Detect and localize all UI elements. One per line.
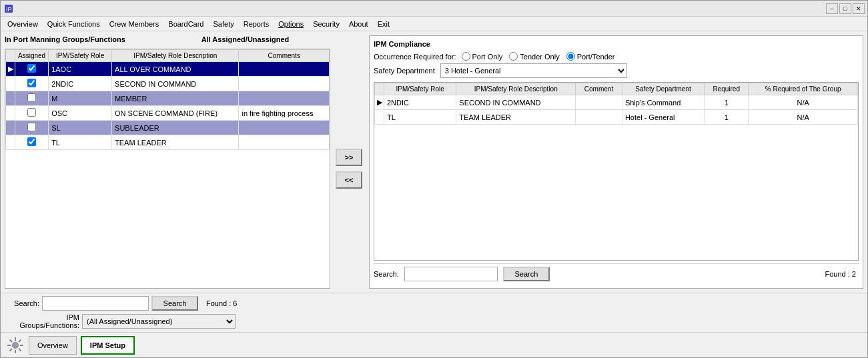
- right-table-container: IPM/Safety Role IPM/Safety Role Descript…: [374, 82, 859, 261]
- menu-crew-members[interactable]: Crew Members: [105, 19, 163, 29]
- row-checkbox[interactable]: [27, 79, 36, 87]
- row-checkbox-cell: [15, 77, 49, 91]
- bottom-bar: Search: Search Found : 6 IPM Groups/Func…: [1, 293, 867, 332]
- right-row-pct: N/A: [749, 110, 858, 125]
- tab-overview[interactable]: Overview: [29, 336, 77, 355]
- row-checkbox[interactable]: [27, 93, 36, 102]
- ipm-groups-select[interactable]: (All Assigned/Unassigned): [82, 314, 236, 329]
- right-col-description: IPM/Safety Role Description: [456, 83, 576, 95]
- ipm-compliance-panel: IPM Compliance Occurrence Required for: …: [369, 35, 863, 289]
- right-row-arrow: ▶: [375, 95, 384, 110]
- row-checkbox-cell: [15, 106, 49, 121]
- row-role: 2NDIC: [49, 77, 112, 91]
- right-row-dept: Hotel - General: [622, 110, 704, 125]
- table-row[interactable]: 2NDIC SECOND IN COMMAND: [6, 77, 330, 91]
- right-col-arrow: [375, 83, 384, 95]
- row-arrow: [6, 77, 15, 91]
- right-search-button[interactable]: Search: [503, 267, 550, 281]
- menu-exit[interactable]: Exit: [374, 19, 394, 29]
- row-role: TL: [49, 135, 112, 150]
- menu-bar: Overview Quick Functions Crew Members Bo…: [1, 17, 867, 31]
- table-row[interactable]: ▶ 1AOC ALL OVER COMMAND: [6, 62, 330, 77]
- right-row-description: TEAM LEADER: [456, 110, 576, 125]
- row-description: ON SCENE COMMAND (FIRE): [112, 106, 239, 121]
- right-search-input[interactable]: [404, 267, 498, 281]
- left-grid-area: Assigned IPM/Safety Role IPM/Safety Role…: [5, 49, 365, 289]
- radio-tender-only-label: Tender Only: [520, 53, 559, 61]
- radio-tender-only-input[interactable]: [509, 52, 518, 61]
- right-table-row[interactable]: TL TEAM LEADER Hotel - General 1 N/A: [375, 110, 858, 125]
- row-comment: [239, 77, 330, 91]
- svg-line-10: [10, 349, 13, 351]
- row-checkbox[interactable]: [27, 123, 36, 131]
- safety-dept-select[interactable]: 3 Hotel - General: [440, 63, 627, 78]
- table-row[interactable]: SL SUBLEADER: [6, 121, 330, 135]
- menu-overview[interactable]: Overview: [3, 19, 42, 29]
- bottom-search-input[interactable]: [42, 296, 149, 311]
- left-table: Assigned IPM/Safety Role IPM/Safety Role…: [5, 49, 330, 150]
- bottom-search-button[interactable]: Search: [151, 296, 198, 311]
- table-row[interactable]: M MEMBER: [6, 91, 330, 106]
- menu-about[interactable]: About: [345, 19, 372, 29]
- right-col-dept: Safety Department: [622, 83, 704, 95]
- right-search-area: Search: Search Found : 2: [374, 263, 859, 284]
- row-arrow: [6, 135, 15, 150]
- right-row-arrow: [375, 110, 384, 125]
- title-bar-controls: – □ ✕: [826, 3, 865, 14]
- left-panel: In Port Manning Groups/Functions All Ass…: [5, 35, 365, 289]
- radio-port-only-label: Port Only: [472, 53, 503, 61]
- bottom-found-label: Found : 6: [206, 299, 237, 307]
- safety-dept-label: Safety Department: [374, 67, 435, 75]
- row-comment: [239, 121, 330, 135]
- menu-safety[interactable]: Safety: [209, 19, 238, 29]
- radio-port-only[interactable]: Port Only: [462, 52, 503, 61]
- svg-text:IP: IP: [6, 6, 12, 13]
- row-checkbox-cell: [15, 121, 49, 135]
- row-checkbox[interactable]: [27, 64, 36, 73]
- table-row[interactable]: OSC ON SCENE COMMAND (FIRE) in fire figh…: [6, 106, 330, 121]
- menu-options[interactable]: Options: [274, 19, 308, 29]
- right-table-row[interactable]: ▶ 2NDIC SECOND IN COMMAND Ship's Command…: [375, 95, 858, 110]
- main-window: IP – □ ✕ Overview Quick Functions Crew M…: [0, 0, 868, 358]
- minimize-button[interactable]: –: [826, 3, 838, 14]
- menu-quick-functions[interactable]: Quick Functions: [43, 19, 104, 29]
- menu-reports[interactable]: Reports: [240, 19, 274, 29]
- row-checkbox[interactable]: [27, 137, 36, 146]
- right-row-role: 2NDIC: [384, 95, 456, 110]
- svg-line-8: [19, 349, 21, 351]
- row-checkbox[interactable]: [27, 108, 36, 117]
- col-header-ipm-role: IPM/Safety Role: [49, 50, 112, 62]
- forward-transfer-button[interactable]: >>: [336, 149, 362, 166]
- right-row-dept: Ship's Command: [622, 95, 704, 110]
- radio-port-tender-input[interactable]: [566, 52, 575, 61]
- maximize-button[interactable]: □: [839, 3, 851, 14]
- title-bar: IP – □ ✕: [1, 1, 867, 17]
- menu-security[interactable]: Security: [309, 19, 344, 29]
- right-col-role: IPM/Safety Role: [384, 83, 456, 95]
- radio-tender-only[interactable]: Tender Only: [509, 52, 559, 61]
- backward-transfer-button[interactable]: <<: [336, 171, 362, 189]
- safety-dept-row: Safety Department 3 Hotel - General: [374, 63, 859, 78]
- radio-port-only-input[interactable]: [462, 52, 470, 61]
- col-header-description: IPM/Safety Role Description: [112, 50, 239, 62]
- table-row[interactable]: TL TEAM LEADER: [6, 135, 330, 150]
- row-role: OSC: [49, 106, 112, 121]
- tab-ipm-setup[interactable]: IPM Setup: [81, 336, 135, 355]
- right-row-required: 1: [705, 95, 749, 110]
- row-description: SECOND IN COMMAND: [112, 77, 239, 91]
- close-button[interactable]: ✕: [853, 3, 865, 14]
- row-arrow: [6, 106, 15, 121]
- ipm-compliance-title: IPM Compliance: [374, 40, 859, 48]
- right-col-comment: Comment: [576, 83, 622, 95]
- row-arrow: ▶: [6, 62, 15, 77]
- left-table-container: Assigned IPM/Safety Role IPM/Safety Role…: [5, 49, 330, 289]
- radio-port-tender[interactable]: Port/Tender: [566, 52, 615, 61]
- right-found-label: Found : 2: [825, 270, 859, 278]
- radio-port-tender-label: Port/Tender: [577, 53, 615, 61]
- row-role: M: [49, 91, 112, 106]
- row-comment: [239, 62, 330, 77]
- menu-boardcard[interactable]: BoardCard: [164, 19, 207, 29]
- right-row-comment: [576, 110, 622, 125]
- right-col-pct: % Required of The Group: [749, 83, 858, 95]
- row-comment: [239, 135, 330, 150]
